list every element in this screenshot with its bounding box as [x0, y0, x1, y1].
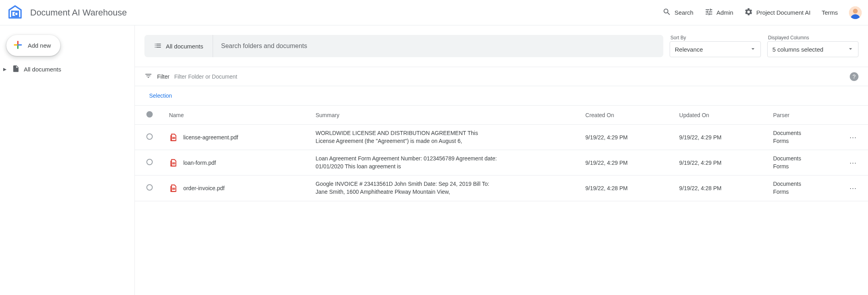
- warehouse-logo-icon: [6, 4, 24, 21]
- chevron-down-icon: [847, 45, 854, 54]
- sidebar-item-all-documents[interactable]: ▶ All documents: [0, 62, 134, 76]
- created-on: 9/19/22, 4:29 PM: [581, 125, 675, 150]
- col-header-created[interactable]: Created On: [581, 106, 675, 125]
- add-new-button[interactable]: Add new: [6, 35, 60, 56]
- gear-icon: [744, 8, 753, 17]
- pdf-icon: PDF: [169, 133, 178, 142]
- pdf-icon: PDF: [169, 158, 178, 167]
- add-new-label: Add new: [28, 42, 51, 49]
- search-label: Search: [674, 9, 693, 16]
- created-on: 9/19/22, 4:28 PM: [581, 175, 675, 201]
- row-select-radio[interactable]: [146, 133, 153, 140]
- col-header-name[interactable]: Name: [164, 106, 311, 125]
- svg-point-1: [15, 12, 18, 15]
- document-summary: Google INVOICE # 23413561D John Smith Da…: [316, 180, 498, 196]
- row-select-radio[interactable]: [146, 184, 153, 191]
- updated-on: 9/19/22, 4:28 PM: [674, 175, 768, 201]
- table-row[interactable]: PDForder-invoice.pdfGoogle INVOICE # 234…: [135, 175, 868, 201]
- sort-label: Sort By: [670, 35, 761, 40]
- columns-group: Displayed Columns 5 columns selected: [767, 35, 858, 57]
- top-bar: Document AI Warehouse Search Admin Proje…: [0, 0, 868, 25]
- table-row[interactable]: PDFloan-form.pdfLoan Agreement Form Agre…: [135, 150, 868, 175]
- terms-link[interactable]: Terms: [822, 9, 838, 16]
- more-actions-button[interactable]: ⋯: [849, 159, 857, 167]
- svg-text:PDF: PDF: [172, 188, 175, 190]
- plus-icon: [13, 40, 23, 51]
- user-avatar[interactable]: [849, 6, 862, 19]
- parser-value: DocumentsForms: [773, 129, 834, 145]
- updated-on: 9/19/22, 4:29 PM: [674, 125, 768, 150]
- filter-input[interactable]: [174, 73, 845, 80]
- parser-value: DocumentsForms: [773, 180, 834, 196]
- more-actions-button[interactable]: ⋯: [849, 133, 857, 141]
- document-summary: WORLDWIDE LICENSE AND DISTRIBUTION AGREE…: [316, 129, 498, 145]
- col-header-updated[interactable]: Updated On: [674, 106, 768, 125]
- logo-wrap: Document AI Warehouse: [6, 4, 127, 21]
- help-icon[interactable]: ?: [850, 72, 858, 81]
- parser-value: DocumentsForms: [773, 155, 834, 170]
- project-button[interactable]: Project Document AI: [744, 8, 810, 17]
- filter-label: Filter: [157, 73, 169, 80]
- sort-value: Relevance: [675, 46, 703, 53]
- table-row[interactable]: PDFlicense-agreement.pdfWORLDWIDE LICENS…: [135, 125, 868, 150]
- admin-button[interactable]: Admin: [705, 8, 734, 17]
- created-on: 9/19/22, 4:29 PM: [581, 150, 675, 175]
- col-header-summary[interactable]: Summary: [311, 106, 581, 125]
- document-summary: Loan Agreement Form Agreement Number: 01…: [316, 155, 498, 170]
- row-select-radio[interactable]: [146, 159, 153, 165]
- sidebar: Add new ▶ All documents: [0, 25, 135, 295]
- sidebar-item-label: All documents: [24, 66, 61, 73]
- search-button[interactable]: Search: [663, 8, 693, 17]
- search-icon: [663, 8, 671, 17]
- search-bar: All documents: [144, 35, 663, 57]
- tune-icon: [705, 8, 713, 17]
- chevron-right-icon: ▶: [3, 67, 8, 72]
- document-name: loan-form.pdf: [183, 160, 216, 166]
- selection-link[interactable]: Selection: [135, 86, 868, 105]
- select-all-radio[interactable]: [146, 111, 153, 118]
- updated-on: 9/19/22, 4:29 PM: [674, 150, 768, 175]
- project-label: Project Document AI: [756, 9, 810, 16]
- scope-chip-label: All documents: [166, 43, 203, 50]
- admin-label: Admin: [716, 9, 734, 16]
- columns-label: Displayed Columns: [767, 35, 858, 40]
- main-content: All documents Sort By Relevance Displaye…: [135, 25, 868, 295]
- chevron-down-icon: [749, 45, 757, 54]
- svg-text:PDF: PDF: [172, 163, 175, 164]
- filter-icon: [144, 72, 152, 81]
- search-input[interactable]: [213, 35, 663, 57]
- documents-table: Name Summary Created On Updated On Parse…: [135, 105, 868, 201]
- svg-point-4: [853, 9, 858, 13]
- sort-dropdown[interactable]: Relevance: [670, 41, 761, 57]
- filter-bar: Filter ?: [135, 67, 868, 86]
- col-header-parser[interactable]: Parser: [768, 106, 839, 125]
- svg-text:PDF: PDF: [172, 137, 175, 139]
- sort-group: Sort By Relevance: [670, 35, 761, 57]
- controls-row: All documents Sort By Relevance Displaye…: [135, 25, 868, 67]
- columns-value: 5 columns selected: [772, 46, 823, 53]
- top-actions: Search Admin Project Document AI Terms: [663, 6, 862, 19]
- document-name: order-invoice.pdf: [183, 185, 225, 191]
- scope-chip[interactable]: All documents: [144, 35, 213, 57]
- pdf-icon: PDF: [169, 184, 178, 193]
- columns-dropdown[interactable]: 5 columns selected: [767, 41, 858, 57]
- app-title: Document AI Warehouse: [30, 8, 127, 18]
- list-icon: [154, 42, 162, 51]
- document-name: license-agreement.pdf: [183, 134, 238, 141]
- document-icon: [12, 65, 20, 74]
- more-actions-button[interactable]: ⋯: [849, 184, 857, 192]
